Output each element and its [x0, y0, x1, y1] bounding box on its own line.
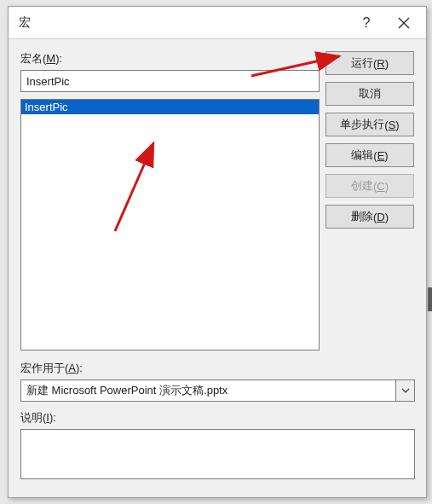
- description-box[interactable]: [20, 429, 415, 479]
- delete-button[interactable]: 删除(D): [325, 205, 414, 229]
- macro-list[interactable]: InsertPic: [20, 99, 320, 350]
- edit-button[interactable]: 编辑(E): [325, 143, 414, 167]
- cancel-button[interactable]: 取消: [325, 82, 414, 106]
- lower-section: 宏作用于(A): 新建 Microsoft PowerPoint 演示文稿.pp…: [20, 361, 414, 479]
- edge-mark: [428, 287, 432, 311]
- list-item[interactable]: InsertPic: [21, 100, 319, 114]
- chevron-down-icon: [401, 388, 410, 393]
- step-into-button[interactable]: 单步执行(S): [325, 113, 414, 136]
- titlebar: 宏 ?: [9, 7, 426, 39]
- close-button[interactable]: [385, 8, 423, 38]
- create-button: 创建(C): [325, 174, 414, 198]
- macro-name-input[interactable]: [20, 70, 320, 92]
- dialog-content: 宏名(M): InsertPic 运行(R) 取消 单步执行(S) 编辑(E) …: [9, 39, 426, 497]
- dialog-title: 宏: [19, 15, 348, 31]
- description-label: 说明(I):: [20, 410, 414, 426]
- help-icon: ?: [363, 15, 371, 31]
- scope-dropdown-button[interactable]: [396, 379, 415, 402]
- macro-dialog: 宏 ? 宏名(M): InsertPic 运行(R) 取消 单步执行(S): [8, 6, 427, 498]
- help-button[interactable]: ?: [348, 8, 385, 38]
- close-icon: [398, 17, 410, 29]
- button-column: 运行(R) 取消 单步执行(S) 编辑(E) 创建(C) 删除(D): [325, 51, 414, 229]
- scope-row: 新建 Microsoft PowerPoint 演示文稿.pptx: [20, 379, 415, 402]
- run-button[interactable]: 运行(R): [325, 51, 414, 75]
- scope-select[interactable]: 新建 Microsoft PowerPoint 演示文稿.pptx: [20, 379, 396, 402]
- scope-label: 宏作用于(A):: [20, 361, 414, 376]
